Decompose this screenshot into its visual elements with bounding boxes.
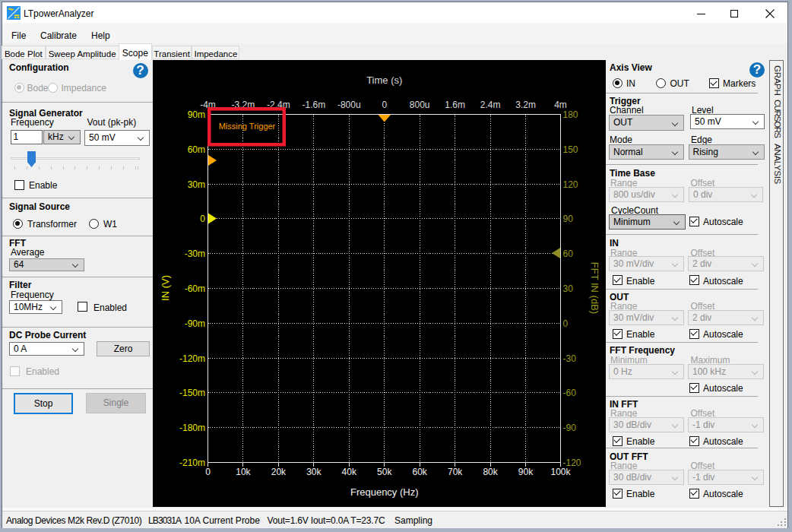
svg-text:0: 0 — [200, 214, 205, 224]
svg-text:50k: 50k — [377, 467, 392, 477]
svg-text:90: 90 — [563, 214, 574, 224]
svg-text:0: 0 — [563, 318, 569, 329]
svg-text:-60m: -60m — [185, 283, 205, 294]
svg-text:90k: 90k — [518, 467, 534, 477]
svg-text:30: 30 — [563, 283, 574, 294]
svg-text:-120: -120 — [563, 458, 581, 468]
svg-text:Time (s): Time (s) — [366, 74, 402, 86]
svg-text:2.4m: 2.4m — [480, 100, 501, 110]
svg-text:60: 60 — [563, 249, 574, 259]
svg-text:-30: -30 — [563, 353, 577, 364]
svg-text:1.6m: 1.6m — [445, 100, 465, 110]
svg-text:IN (V): IN (V) — [160, 275, 171, 301]
svg-text:-120m: -120m — [179, 353, 205, 364]
svg-text:-60: -60 — [563, 388, 577, 398]
svg-text:90m: 90m — [188, 109, 205, 120]
svg-text:-1.6m: -1.6m — [303, 100, 326, 110]
svg-text:180: 180 — [563, 109, 578, 120]
svg-text:Missing Trigger: Missing Trigger — [219, 122, 276, 131]
svg-text:Frequency (Hz): Frequency (Hz) — [350, 486, 419, 498]
svg-text:60k: 60k — [413, 467, 428, 477]
svg-text:-90m: -90m — [185, 318, 205, 329]
svg-text:70k: 70k — [448, 467, 463, 477]
svg-text:100k: 100k — [550, 467, 571, 477]
svg-text:150: 150 — [563, 144, 578, 155]
svg-text:-210m: -210m — [179, 458, 205, 468]
svg-text:-90: -90 — [563, 423, 577, 433]
svg-text:-30m: -30m — [185, 249, 205, 259]
svg-text:FFT IN (dB): FFT IN (dB) — [589, 262, 600, 314]
svg-text:3.2m: 3.2m — [515, 100, 536, 110]
svg-text:-150m: -150m — [179, 388, 205, 398]
svg-text:120: 120 — [563, 179, 578, 190]
svg-text:-180m: -180m — [179, 423, 205, 433]
svg-text:40k: 40k — [342, 467, 357, 477]
svg-text:30m: 30m — [188, 179, 205, 190]
svg-text:-800u: -800u — [337, 100, 361, 110]
svg-text:4m: 4m — [554, 100, 567, 110]
svg-text:10k: 10k — [236, 467, 251, 477]
svg-text:80k: 80k — [483, 467, 498, 477]
svg-text:30k: 30k — [306, 467, 322, 477]
svg-text:0: 0 — [382, 100, 387, 110]
svg-text:0: 0 — [205, 467, 211, 477]
svg-text:20k: 20k — [271, 467, 287, 477]
svg-text:60m: 60m — [188, 144, 205, 155]
svg-text:800u: 800u — [410, 100, 430, 110]
